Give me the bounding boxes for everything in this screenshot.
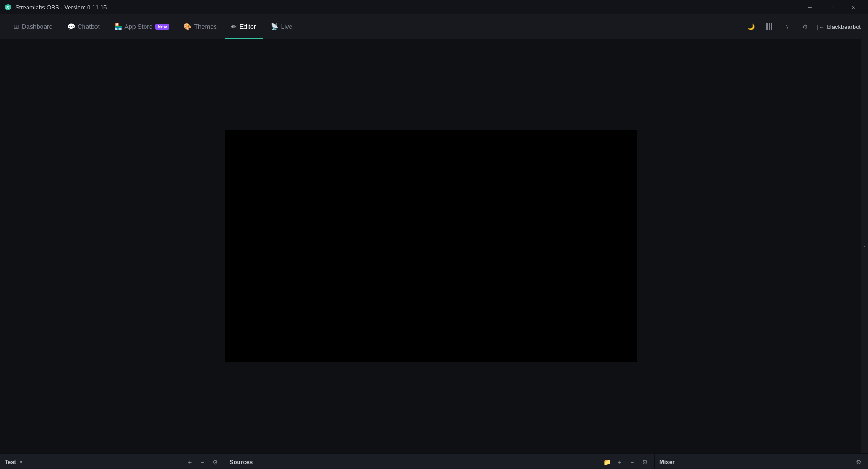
user-pipe-icon: |←	[817, 23, 824, 30]
gear-icon: ⚙	[802, 23, 808, 30]
close-button[interactable]: ✕	[843, 0, 863, 14]
nav-label-themes: Themes	[194, 23, 217, 30]
titlebar: S Streamlabs OBS - Version: 0.11.15 ─ □ …	[0, 0, 868, 14]
themes-icon: 🎨	[183, 23, 191, 30]
nav-label-chatbot: Chatbot	[78, 23, 100, 30]
nav-item-themes[interactable]: 🎨 Themes	[177, 14, 223, 39]
scenes-settings-button[interactable]: ⚙	[210, 457, 220, 467]
scenes-add-button[interactable]: +	[185, 457, 195, 467]
columns-icon	[766, 23, 772, 30]
preview-canvas	[225, 130, 637, 362]
scenes-panel-header: Test ▼ + − ⚙	[0, 454, 225, 469]
titlebar-title: Streamlabs OBS - Version: 0.11.15	[15, 4, 107, 11]
sources-panel-header: Sources 📁 + − ⚙	[225, 454, 654, 469]
editor-icon: ✏	[231, 23, 237, 30]
mixer-panel-header: Mixer ⚙	[655, 454, 868, 469]
mixer-panel: Mixer ⚙ Desktop Audio 0.0 dB ⬤ 🔊	[655, 454, 868, 469]
sources-settings-button[interactable]: ⚙	[640, 457, 650, 467]
minimize-button[interactable]: ─	[799, 0, 820, 14]
titlebar-controls: ─ □ ✕	[799, 0, 863, 14]
scenes-panel-title: Test	[5, 459, 16, 465]
titlebar-left: S Streamlabs OBS - Version: 0.11.15	[5, 4, 107, 11]
dashboard-icon: ⊞	[14, 23, 19, 30]
mixer-panel-actions: ⚙	[854, 457, 863, 467]
nav-item-appstore[interactable]: 🏪 App Store New	[108, 14, 176, 39]
svg-text:S: S	[6, 5, 9, 10]
live-icon: 📡	[271, 23, 278, 30]
scenes-panel-actions: + − ⚙	[185, 457, 220, 467]
nav-label-live: Live	[281, 23, 293, 30]
nav-label-editor: Editor	[239, 23, 256, 30]
nav-item-dashboard[interactable]: ⊞ Dashboard	[7, 14, 59, 39]
nav-item-live[interactable]: 📡 Live	[264, 14, 299, 39]
moon-icon: 🌙	[747, 23, 755, 30]
columns-button[interactable]	[763, 20, 775, 33]
nav-right: 🌙 ? ⚙ |← blackbearbot	[745, 20, 861, 33]
nav-item-chatbot[interactable]: 💬 Chatbot	[61, 14, 106, 39]
maximize-button[interactable]: □	[821, 0, 842, 14]
sources-add-button[interactable]: +	[615, 457, 624, 467]
sources-panel: Sources 📁 + − ⚙	[225, 454, 655, 469]
chevron-right-icon: ›	[864, 244, 865, 249]
app-logo-icon: S	[5, 4, 12, 11]
nav-left: ⊞ Dashboard 💬 Chatbot 🏪 App Store New 🎨 …	[7, 14, 299, 39]
nav-item-editor[interactable]: ✏ Editor	[225, 14, 263, 39]
scenes-dropdown-icon[interactable]: ▼	[19, 460, 23, 464]
bottom-panels: Test ▼ + − ⚙ Scene Sources 📁 + − ⚙	[0, 453, 868, 469]
preview-area	[0, 39, 861, 453]
theme-toggle-button[interactable]: 🌙	[745, 20, 757, 33]
help-icon: ?	[786, 23, 789, 30]
scenes-panel: Test ▼ + − ⚙ Scene	[0, 454, 225, 469]
appstore-icon: 🏪	[114, 23, 122, 30]
chatbot-icon: 💬	[67, 23, 75, 30]
main-layout: ›	[0, 39, 868, 453]
mixer-panel-title: Mixer	[659, 459, 675, 465]
username-label: blackbearbot	[827, 23, 861, 30]
nav-label-appstore: App Store	[125, 23, 153, 30]
settings-button[interactable]: ⚙	[799, 20, 812, 33]
sources-remove-button[interactable]: −	[627, 457, 637, 467]
right-panel-toggle[interactable]: ›	[861, 39, 868, 453]
scenes-remove-button[interactable]: −	[197, 457, 207, 467]
navbar: ⊞ Dashboard 💬 Chatbot 🏪 App Store New 🎨 …	[0, 14, 868, 39]
help-button[interactable]: ?	[781, 20, 793, 33]
user-area[interactable]: |← blackbearbot	[817, 23, 861, 30]
nav-label-dashboard: Dashboard	[22, 23, 53, 30]
mixer-settings-button[interactable]: ⚙	[854, 457, 863, 467]
sources-panel-actions: 📁 + − ⚙	[602, 457, 650, 467]
new-badge: New	[155, 24, 169, 30]
sources-panel-title: Sources	[230, 459, 253, 465]
sources-folder-button[interactable]: 📁	[602, 457, 612, 467]
